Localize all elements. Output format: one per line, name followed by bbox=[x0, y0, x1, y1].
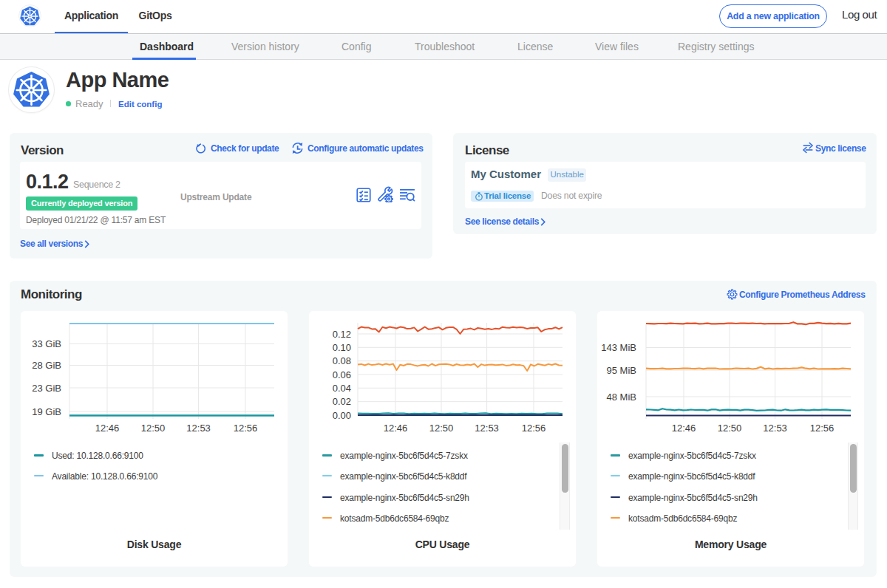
svg-text:0.10: 0.10 bbox=[333, 342, 351, 353]
svg-text:12:53: 12:53 bbox=[763, 423, 787, 434]
svg-text:95 MiB: 95 MiB bbox=[607, 365, 636, 376]
svg-text:12:46: 12:46 bbox=[384, 423, 408, 434]
svg-text:12:53: 12:53 bbox=[186, 423, 211, 434]
svg-text:0.06: 0.06 bbox=[333, 369, 351, 380]
svg-text:28 GiB: 28 GiB bbox=[32, 360, 61, 371]
svg-text:12:56: 12:56 bbox=[810, 423, 835, 434]
svg-text:12:46: 12:46 bbox=[672, 423, 696, 434]
svg-text:33 GiB: 33 GiB bbox=[32, 338, 61, 349]
svg-text:0.00: 0.00 bbox=[333, 410, 351, 421]
svg-text:0.12: 0.12 bbox=[333, 329, 351, 340]
svg-text:12:50: 12:50 bbox=[141, 423, 166, 434]
svg-text:0.02: 0.02 bbox=[333, 396, 351, 407]
svg-text:0.08: 0.08 bbox=[333, 355, 351, 366]
svg-text:143 MiB: 143 MiB bbox=[601, 342, 636, 353]
svg-text:0.04: 0.04 bbox=[333, 383, 351, 394]
svg-text:12:56: 12:56 bbox=[522, 423, 546, 434]
svg-text:23 GiB: 23 GiB bbox=[32, 383, 61, 394]
svg-text:12:56: 12:56 bbox=[234, 423, 258, 434]
svg-text:12:53: 12:53 bbox=[475, 423, 499, 434]
svg-text:48 MiB: 48 MiB bbox=[607, 392, 636, 403]
svg-text:12:46: 12:46 bbox=[95, 423, 120, 434]
svg-text:19 GiB: 19 GiB bbox=[32, 406, 61, 417]
svg-text:12:50: 12:50 bbox=[429, 423, 454, 434]
svg-text:12:50: 12:50 bbox=[718, 423, 742, 434]
